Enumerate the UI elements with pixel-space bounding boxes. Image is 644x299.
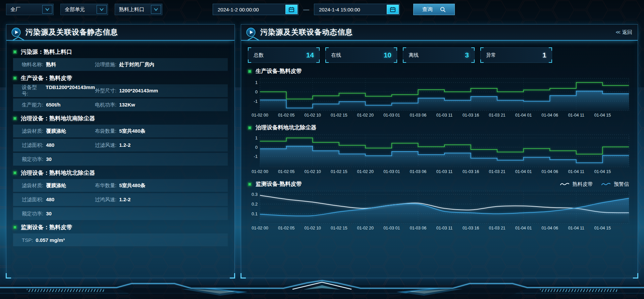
x-axis-tick-label: 01-04 15 [594, 169, 611, 174]
info-value: 熟料 [46, 61, 56, 68]
dynamic-info-header: 污染源及关联设备动态信息 << 返回 [241, 25, 638, 41]
info-cell: 治理措施:处于封闭厂房内 [95, 61, 154, 68]
info-row: 滤袋材质:覆膜涤纶布华数量:5室共480条 [13, 179, 228, 192]
y-axis-tick-label: 0.3 [252, 192, 258, 197]
info-label: 额定功率: [22, 211, 43, 217]
panel-corner-bracket [230, 273, 235, 279]
x-axis-tick-label: 01-03 11 [436, 113, 452, 118]
stat-value: 1 [542, 51, 546, 59]
legend-item[interactable]: 预警信 [601, 181, 629, 187]
x-axis-tick-label: 01-03 16 [463, 226, 479, 230]
info-label: 外型尺寸: [95, 88, 116, 94]
stat-label: 离线 [409, 52, 419, 58]
legend-label: 熟料皮带 [573, 181, 593, 187]
corner-bracket-icon [248, 47, 251, 51]
x-axis-tick-label: 01-03 06 [410, 169, 426, 174]
x-axis-tick-label: 01-02 10 [304, 226, 321, 230]
x-axis-tick-label: 01-03 21 [489, 113, 505, 118]
calendar-icon[interactable] [285, 5, 298, 14]
corner-bracket-icon [316, 59, 320, 63]
corner-bracket-icon [471, 47, 475, 51]
dashboard-page: 全厂 全部单元 熟料上料口 2024-1-2 00:00:00 [0, 0, 644, 299]
x-axis-tick-label: 01-03 11 [436, 226, 452, 230]
unit-select[interactable]: 全部单元 [60, 4, 108, 15]
info-value: 480 [46, 142, 54, 148]
query-button[interactable]: 查询 [413, 4, 455, 15]
header-chevron-decoration [12, 36, 25, 41]
info-cell: 生产能力:650t/h [22, 102, 95, 108]
unit-select-value: 全部单元 [65, 6, 85, 13]
hatch-stripes-right [540, 289, 617, 292]
corner-bracket-icon [394, 59, 397, 63]
info-value: 30 [46, 211, 52, 216]
play-icon [246, 27, 256, 37]
green-square-bullet-icon [13, 117, 17, 120]
date-from-input[interactable]: 2024-1-2 00:00:00 [213, 4, 299, 15]
x-axis-tick-label: 01-04 01 [515, 226, 532, 230]
search-icon [440, 7, 446, 12]
date-to-input[interactable]: 2024-1-4 15:00:00 [314, 4, 400, 15]
charts-area: 生产设备-熟料皮带10-101-02 0001-02 0501-02 1001-… [248, 66, 631, 232]
x-axis-tick-label: 01-03 06 [410, 226, 426, 230]
corner-bracket-icon [403, 59, 406, 63]
corner-bracket-icon [325, 47, 329, 51]
info-cell: 外型尺寸:1200*204143mm [95, 88, 158, 94]
info-row: 设备型号:TDB1200*204143mm外型尺寸:1200*204143mm [13, 84, 228, 97]
info-row: 过滤面积:480过滤风速:1.2-2 [13, 139, 228, 152]
chart-title: 生产设备-熟料皮带 [256, 68, 302, 75]
info-cell: 过滤面积:480 [22, 197, 95, 203]
x-axis-tick-label: 01-02 20 [357, 169, 374, 174]
date-from-value: 2024-1-2 00:00:00 [218, 7, 259, 12]
info-label: 布袋数量: [95, 128, 116, 134]
info-label: 过鸿风速: [95, 197, 116, 203]
chart-plot: 10-101-02 0001-02 0501-02 1001-02 1501-0… [248, 78, 632, 119]
info-label: 过滤面积: [22, 142, 43, 148]
green-square-bullet-icon [13, 50, 17, 54]
panel-corner-bracket [633, 273, 638, 279]
info-value: 覆膜涤纶 [46, 128, 66, 134]
info-cell: 过鸿风速:1.2-2 [95, 197, 130, 203]
chart-title-row: 生产设备-熟料皮带 [248, 66, 631, 76]
x-axis-tick-label: 01-04 11 [568, 113, 584, 118]
x-axis-tick-label: 01-04 01 [515, 113, 532, 118]
info-label: 过滤风速: [95, 142, 116, 148]
info-label: 物料名称: [22, 61, 43, 68]
stat-value: 10 [384, 51, 391, 59]
corner-bracket-icon [394, 47, 397, 51]
info-label: 设备型号: [22, 84, 43, 97]
x-axis-tick-label: 01-02 10 [304, 113, 321, 118]
corner-bracket-icon [471, 59, 475, 63]
section-header-label: 治理设备：熟料地坑南除尘器 [21, 115, 95, 122]
calendar-icon[interactable] [387, 5, 399, 14]
plant-select[interactable]: 全厂 [6, 4, 54, 15]
section-header-label: 监测设备：熟料皮带 [21, 223, 72, 231]
info-label: TSP: [22, 237, 33, 243]
info-value: 5室共480条 [119, 182, 145, 189]
legend-label: 预警信 [614, 181, 629, 187]
panel-title: 污染源及关联设备动态信息 [260, 27, 353, 37]
info-label: 额定功率: [22, 156, 43, 163]
chevron-down-icon [151, 5, 161, 14]
chart-title: 监测设备-熟料皮带 [256, 180, 302, 188]
back-button[interactable]: << 返回 [616, 29, 632, 36]
toolbar: 全厂 全部单元 熟料上料口 2024-1-2 00:00:00 [0, 0, 644, 19]
corner-bracket-icon [403, 47, 406, 51]
source-select[interactable]: 熟料上料口 [115, 4, 162, 15]
x-axis-tick-label: 01-02 20 [357, 113, 374, 118]
y-axis-tick-label: 0 [255, 89, 258, 94]
chart-block: 生产设备-熟料皮带10-101-02 0001-02 0501-02 1001-… [248, 66, 631, 119]
green-square-bullet-icon [248, 126, 252, 130]
chart-plot: 10-101-02 0001-02 0501-02 1001-02 1501-0… [248, 135, 632, 176]
stat-label: 异常 [486, 52, 496, 58]
x-axis-tick-label: 01-03 21 [489, 226, 505, 230]
corner-bracket-icon [325, 59, 329, 63]
x-axis-tick-label: 01-04 11 [568, 169, 584, 174]
tech-footer-decoration [0, 278, 644, 299]
section-header-label: 污染源：熟料上料口 [21, 48, 72, 56]
stat-card: 异常1 [480, 47, 552, 63]
info-cell: 过滤风速:1.2-2 [95, 142, 130, 148]
static-info-list: 污染源：熟料上料口物料名称:熟料治理措施:处于封闭厂房内生产设备：熟料皮带设备型… [6, 41, 234, 246]
x-axis-tick-label: 01-04 15 [594, 113, 611, 118]
x-axis-tick-label: 01-03 11 [436, 169, 452, 174]
legend-item[interactable]: 熟料皮带 [560, 181, 593, 187]
